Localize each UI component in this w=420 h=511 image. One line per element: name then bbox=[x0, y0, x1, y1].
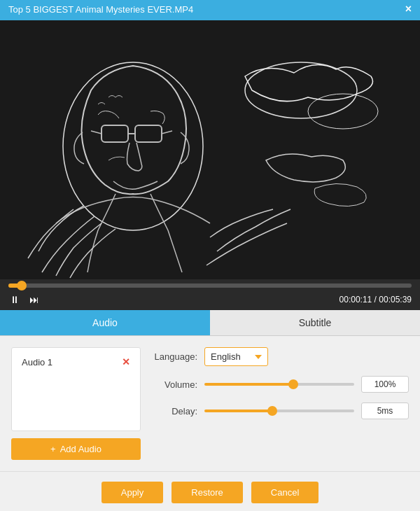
delay-slider[interactable] bbox=[204, 410, 354, 412]
restore-button[interactable]: Restore bbox=[172, 482, 243, 503]
delay-label: Delay: bbox=[152, 406, 197, 416]
skip-button[interactable]: ⏭ bbox=[28, 293, 41, 306]
progress-bar[interactable] bbox=[8, 284, 412, 288]
delay-slider-wrapper bbox=[204, 410, 354, 412]
language-select-wrapper: English French Spanish German Chinese Ja… bbox=[204, 347, 409, 366]
tabs-row: Audio Subtitle bbox=[0, 310, 420, 336]
total-time: 00:05:39 bbox=[379, 295, 412, 304]
controls-row: ⏸ ⏭ 00:00:11 / 00:05:39 bbox=[8, 293, 412, 306]
current-time: 00:00:11 bbox=[340, 295, 372, 304]
progress-thumb bbox=[17, 281, 27, 290]
settings-panel: Language: English French Spanish German … bbox=[152, 347, 409, 460]
volume-label: Volume: bbox=[152, 379, 197, 390]
video-frame bbox=[0, 20, 420, 279]
apply-button[interactable]: Apply bbox=[102, 482, 164, 503]
language-label: Language: bbox=[152, 351, 197, 362]
add-icon: + bbox=[50, 444, 56, 454]
audio-item: Audio 1 ✕ bbox=[18, 354, 134, 370]
title-bar: Top 5 BIGGEST Animal Mysteries EVER.MP4 … bbox=[0, 0, 420, 20]
audio-panel: Audio 1 ✕ + Add Audio bbox=[11, 347, 141, 460]
delay-row: Delay: 5ms bbox=[152, 402, 409, 419]
audio-remove-button[interactable]: ✕ bbox=[122, 356, 130, 368]
add-audio-button[interactable]: + Add Audio bbox=[11, 438, 141, 460]
footer: Apply Restore Cancel bbox=[0, 471, 420, 511]
audio-item-label: Audio 1 bbox=[22, 357, 52, 368]
close-button[interactable]: × bbox=[405, 4, 412, 15]
tab-subtitle[interactable]: Subtitle bbox=[210, 310, 420, 335]
pause-button[interactable]: ⏸ bbox=[8, 293, 21, 306]
time-display: 00:00:11 / 00:05:39 bbox=[340, 295, 412, 304]
main-window: Top 5 BIGGEST Animal Mysteries EVER.MP4 … bbox=[0, 0, 420, 511]
add-audio-label: Add Audio bbox=[60, 444, 102, 454]
volume-row: Volume: 100% bbox=[152, 376, 409, 393]
window-title: Top 5 BIGGEST Animal Mysteries EVER.MP4 bbox=[8, 4, 193, 15]
delay-value[interactable]: 5ms bbox=[361, 402, 409, 419]
tab-audio[interactable]: Audio bbox=[0, 310, 210, 335]
controls-bar: ⏸ ⏭ 00:00:11 / 00:05:39 bbox=[0, 279, 420, 310]
volume-value[interactable]: 100% bbox=[361, 376, 409, 393]
volume-slider-wrapper bbox=[204, 383, 354, 386]
audio-list: Audio 1 ✕ bbox=[11, 347, 141, 431]
language-row: Language: English French Spanish German … bbox=[152, 347, 409, 366]
volume-slider[interactable] bbox=[204, 383, 354, 386]
language-select[interactable]: English French Spanish German Chinese Ja… bbox=[204, 347, 268, 366]
cancel-button[interactable]: Cancel bbox=[251, 482, 318, 503]
video-player bbox=[0, 20, 420, 279]
controls-left: ⏸ ⏭ bbox=[8, 293, 41, 306]
content-area: Audio 1 ✕ + Add Audio Language: English … bbox=[0, 336, 420, 471]
